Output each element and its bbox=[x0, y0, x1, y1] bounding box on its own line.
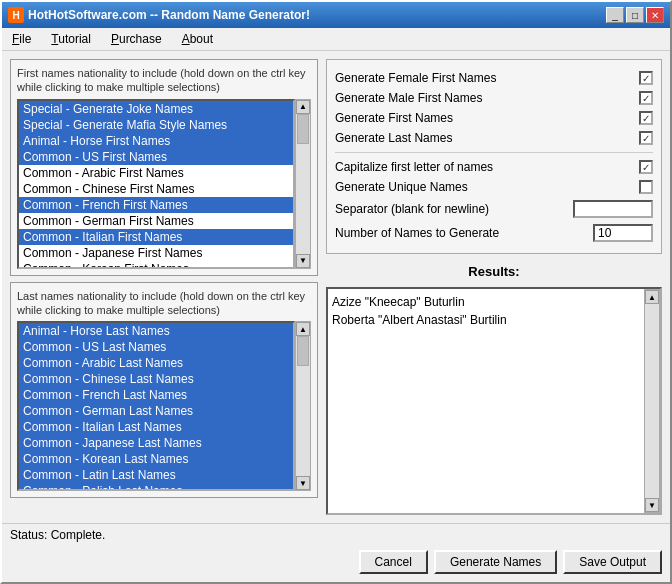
cancel-button[interactable]: Cancel bbox=[359, 550, 428, 574]
option-separator: Separator (blank for newline) bbox=[335, 197, 653, 221]
list-item[interactable]: Common - French First Names bbox=[19, 197, 293, 213]
right-panel: Generate Female First Names Generate Mal… bbox=[326, 59, 662, 515]
number-input[interactable] bbox=[593, 224, 653, 242]
option-number: Number of Names to Generate bbox=[335, 221, 653, 245]
title-bar: H HotHotSoftware.com -- Random Name Gene… bbox=[2, 2, 670, 28]
results-scroll-track[interactable] bbox=[645, 304, 659, 498]
last-scroll-thumb[interactable] bbox=[297, 336, 309, 366]
last-scroll-up-btn[interactable]: ▲ bbox=[296, 322, 310, 336]
maximize-button[interactable]: □ bbox=[626, 7, 644, 23]
status-text: Status: Complete. bbox=[10, 528, 105, 542]
minimize-button[interactable]: _ bbox=[606, 7, 624, 23]
list-item[interactable]: Animal - Horse Last Names bbox=[19, 323, 293, 339]
app-icon: H bbox=[8, 7, 24, 23]
list-item[interactable]: Common - Italian First Names bbox=[19, 229, 293, 245]
menu-file[interactable]: File bbox=[6, 30, 37, 48]
list-item[interactable]: Common - Polish Last Names bbox=[19, 483, 293, 491]
last-names-listbox[interactable]: Animal - Horse Last NamesCommon - US Las… bbox=[17, 321, 295, 491]
menu-purchase[interactable]: Purchase bbox=[105, 30, 168, 48]
results-scrollbar[interactable]: ▲ ▼ bbox=[644, 289, 660, 513]
first-names-scrollbar[interactable]: ▲ ▼ bbox=[295, 99, 311, 269]
options-group: Generate Female First Names Generate Mal… bbox=[326, 59, 662, 254]
option-first-label: Generate First Names bbox=[335, 111, 453, 125]
status-bar: Status: Complete. bbox=[2, 523, 670, 546]
scroll-thumb[interactable] bbox=[297, 114, 309, 144]
scroll-down-btn[interactable]: ▼ bbox=[296, 254, 310, 268]
scroll-up-btn[interactable]: ▲ bbox=[296, 100, 310, 114]
option-unique-checkbox[interactable] bbox=[639, 180, 653, 194]
option-female: Generate Female First Names bbox=[335, 68, 653, 88]
first-names-listbox-container: Special - Generate Joke NamesSpecial - G… bbox=[17, 99, 311, 269]
list-item[interactable]: Common - US First Names bbox=[19, 149, 293, 165]
option-last-label: Generate Last Names bbox=[335, 131, 452, 145]
menu-tutorial[interactable]: Tutorial bbox=[45, 30, 97, 48]
separator-input[interactable] bbox=[573, 200, 653, 218]
list-item[interactable]: Common - Arabic Last Names bbox=[19, 355, 293, 371]
results-box-container: Azize "Kneecap" ButurlinRoberta "Albert … bbox=[326, 287, 662, 515]
option-unique: Generate Unique Names bbox=[335, 177, 653, 197]
option-last-checkbox[interactable] bbox=[639, 131, 653, 145]
main-window: H HotHotSoftware.com -- Random Name Gene… bbox=[0, 0, 672, 584]
option-male: Generate Male First Names bbox=[335, 88, 653, 108]
option-capitalize-label: Capitalize first letter of names bbox=[335, 160, 493, 174]
list-item[interactable]: Common - Japanese Last Names bbox=[19, 435, 293, 451]
list-item[interactable]: Common - Chinese First Names bbox=[19, 181, 293, 197]
option-female-label: Generate Female First Names bbox=[335, 71, 496, 85]
left-panel: First names nationality to include (hold… bbox=[10, 59, 318, 515]
option-first-checkbox[interactable] bbox=[639, 111, 653, 125]
title-controls: _ □ ✕ bbox=[606, 7, 664, 23]
scroll-track[interactable] bbox=[296, 114, 310, 254]
window-title: HotHotSoftware.com -- Random Name Genera… bbox=[28, 8, 310, 22]
list-item[interactable]: Common - Chinese Last Names bbox=[19, 371, 293, 387]
last-scroll-down-btn[interactable]: ▼ bbox=[296, 476, 310, 490]
list-item[interactable]: Common - French Last Names bbox=[19, 387, 293, 403]
bottom-buttons: Cancel Generate Names Save Output bbox=[2, 546, 670, 582]
list-item[interactable]: Common - Arabic First Names bbox=[19, 165, 293, 181]
list-item[interactable]: Special - Generate Joke Names bbox=[19, 101, 293, 117]
list-item[interactable]: Common - Korean Last Names bbox=[19, 451, 293, 467]
results-label: Results: bbox=[326, 264, 662, 279]
option-number-label: Number of Names to Generate bbox=[335, 226, 499, 240]
option-last: Generate Last Names bbox=[335, 128, 653, 148]
first-names-listbox[interactable]: Special - Generate Joke NamesSpecial - G… bbox=[17, 99, 295, 269]
save-button[interactable]: Save Output bbox=[563, 550, 662, 574]
main-content: First names nationality to include (hold… bbox=[2, 51, 670, 523]
list-item[interactable]: Common - US Last Names bbox=[19, 339, 293, 355]
title-bar-left: H HotHotSoftware.com -- Random Name Gene… bbox=[8, 7, 310, 23]
list-item[interactable]: Common - Italian Last Names bbox=[19, 419, 293, 435]
results-scroll-down[interactable]: ▼ bbox=[645, 498, 659, 512]
option-separator-label: Separator (blank for newline) bbox=[335, 202, 489, 216]
last-names-listbox-container: Animal - Horse Last NamesCommon - US Las… bbox=[17, 321, 311, 491]
divider1 bbox=[335, 152, 653, 153]
list-item[interactable]: Common - Japanese First Names bbox=[19, 245, 293, 261]
list-item[interactable]: Common - Korean First Names bbox=[19, 261, 293, 269]
option-capitalize-checkbox[interactable] bbox=[639, 160, 653, 174]
option-male-label: Generate Male First Names bbox=[335, 91, 482, 105]
results-box[interactable]: Azize "Kneecap" ButurlinRoberta "Albert … bbox=[328, 289, 644, 513]
list-item[interactable]: Special - Generate Mafia Style Names bbox=[19, 117, 293, 133]
first-names-group: First names nationality to include (hold… bbox=[10, 59, 318, 276]
close-button[interactable]: ✕ bbox=[646, 7, 664, 23]
last-scroll-track[interactable] bbox=[296, 336, 310, 476]
generate-button[interactable]: Generate Names bbox=[434, 550, 557, 574]
last-names-group: Last names nationality to include (hold … bbox=[10, 282, 318, 499]
option-first: Generate First Names bbox=[335, 108, 653, 128]
menu-about[interactable]: About bbox=[176, 30, 219, 48]
first-names-label: First names nationality to include (hold… bbox=[17, 66, 311, 95]
list-item[interactable]: Common - German Last Names bbox=[19, 403, 293, 419]
option-unique-label: Generate Unique Names bbox=[335, 180, 468, 194]
list-item[interactable]: Common - Latin Last Names bbox=[19, 467, 293, 483]
option-capitalize: Capitalize first letter of names bbox=[335, 157, 653, 177]
last-names-scrollbar[interactable]: ▲ ▼ bbox=[295, 321, 311, 491]
results-scroll-up[interactable]: ▲ bbox=[645, 290, 659, 304]
list-item[interactable]: Common - German First Names bbox=[19, 213, 293, 229]
list-item[interactable]: Animal - Horse First Names bbox=[19, 133, 293, 149]
option-female-checkbox[interactable] bbox=[639, 71, 653, 85]
last-names-label: Last names nationality to include (hold … bbox=[17, 289, 311, 318]
menu-bar: File Tutorial Purchase About bbox=[2, 28, 670, 51]
option-male-checkbox[interactable] bbox=[639, 91, 653, 105]
